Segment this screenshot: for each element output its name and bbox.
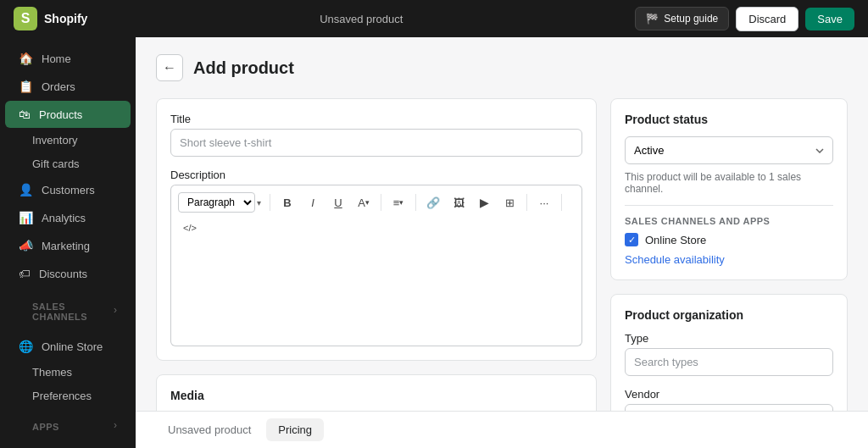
chevron-color-icon: ▾ [365,198,370,207]
vendor-input[interactable] [625,404,833,411]
sidebar-item-label: Discounts [39,268,87,280]
apps-section[interactable]: Apps › [5,408,131,442]
italic-button[interactable]: I [301,191,325,214]
toolbar-divider-4 [526,194,527,211]
paragraph-select[interactable]: Paragraph [178,192,255,213]
sales-channels-apps-label: SALES CHANNELS AND APPS [625,216,833,226]
sales-channels-section[interactable]: Sales channels › [5,288,131,332]
sidebar-item-themes[interactable]: Themes [5,361,131,384]
title-input[interactable] [170,129,582,157]
toolbar-divider-2 [381,194,381,211]
bold-button[interactable]: B [275,191,299,214]
link-button[interactable]: 🔗 [421,191,445,214]
back-icon: ← [163,60,176,75]
description-editor[interactable] [170,245,582,346]
sidebar-item-inventory[interactable]: Inventory [5,129,131,152]
description-field-group: Description Paragraph ▾ B I U [170,169,582,346]
home-icon: 🏠 [19,52,33,65]
type-label: Type [625,332,833,345]
toolbar-divider-5 [561,194,562,211]
setup-guide-button[interactable]: 🏁 Setup guide [635,7,729,30]
sidebar-item-label: Online Store [42,340,103,353]
vendor-label: Vendor [625,388,833,401]
bottom-nav: Unsaved product Pricing [136,411,868,448]
sidebar-item-label: Analytics [42,212,86,224]
product-org-title: Product organization [625,308,833,322]
apps-label: Apps [19,415,73,435]
marketing-icon: 📣 [19,239,33,252]
online-store-icon: 🌐 [19,340,33,353]
sidebar-item-discounts[interactable]: 🏷 Discounts [5,260,131,287]
product-org-card: Product organization Type Vendor Tags [610,294,848,411]
page-header: ← Add product [156,54,848,81]
sidebar-item-analytics[interactable]: 📊 Analytics [5,204,131,231]
sidebar-item-gift-cards[interactable]: Gift cards [5,152,131,175]
sidebar-item-label: Products [39,108,82,121]
sidebar-sub-label: Inventory [32,134,77,147]
table-button[interactable]: ⊞ [498,191,521,214]
sidebar-sub-label: Preferences [32,390,92,402]
product-status-title: Product status [625,113,833,126]
product-details-card: Title Description Paragraph ▾ [156,98,597,361]
flag-icon: 🏁 [646,13,659,25]
brand: S Shopify [14,7,87,30]
sidebar-item-home[interactable]: 🏠 Home [5,45,131,72]
editor-toolbar: Paragraph ▾ B I U A ▾ [170,185,582,245]
sidebar-item-label: Marketing [42,240,90,252]
schedule-availability-button[interactable]: Schedule availability [625,253,725,266]
media-card-title: Media [170,389,582,402]
sidebar-item-products[interactable]: 🛍 Products [5,101,131,128]
brand-name: Shopify [44,12,87,25]
main-column: Title Description Paragraph ▾ [156,98,597,411]
online-store-checkbox[interactable] [625,233,638,246]
online-store-label: Online Store [645,234,706,246]
back-button[interactable]: ← [156,54,183,81]
analytics-icon: 📊 [19,211,33,224]
title-field-group: Title [170,113,582,157]
type-section: Type [625,332,833,376]
expand-icon: › [114,419,117,431]
sidebar-item-orders[interactable]: 📋 Orders [5,73,131,100]
save-button[interactable]: Save [805,8,854,30]
content-grid: Title Description Paragraph ▾ [156,98,848,411]
more-button[interactable]: ··· [532,191,556,214]
shopify-logo-icon: S [14,7,37,30]
type-input[interactable] [625,348,833,376]
products-icon: 🛍 [19,108,31,121]
sidebar-item-label: Home [42,53,71,65]
sales-channels-label: Sales channels [19,295,114,325]
app-layout: 🏠 Home 📋 Orders 🛍 Products Inventory Gif… [0,37,868,448]
orders-icon: 📋 [19,80,33,93]
page-status: Unsaved product [320,13,403,25]
sidebar-sub-label: Gift cards [32,158,80,170]
online-store-checkbox-row: Online Store [625,233,833,246]
side-column: Product status Active Draft This product… [610,98,848,411]
bottom-nav-item-pricing[interactable]: Pricing [266,418,324,441]
text-color-button[interactable]: A ▾ [352,191,376,214]
topnav: S Shopify Unsaved product 🏁 Setup guide … [0,0,868,37]
customers-icon: 👤 [19,183,33,196]
main-content: ← Add product Title Description [136,37,868,411]
sidebar-item-customers[interactable]: 👤 Customers [5,176,131,203]
sidebar-item-preferences[interactable]: Preferences [5,384,131,407]
sidebar-item-marketing[interactable]: 📣 Marketing [5,232,131,259]
sidebar-sub-label: Themes [32,366,72,379]
align-button[interactable]: ≡ ▾ [387,191,410,214]
toolbar-divider [270,194,270,211]
discounts-icon: 🏷 [19,267,31,280]
image-button[interactable]: 🖼 [447,191,470,214]
code-button[interactable]: </> [178,216,202,240]
page-title: Add product [193,58,294,78]
sidebar-item-online-store[interactable]: 🌐 Online Store [5,333,131,360]
discard-button[interactable]: Discard [736,7,798,31]
media-card: Media Add files Add from URL Accepts ima… [156,374,597,411]
bottom-nav-item-unsaved[interactable]: Unsaved product [156,418,263,441]
video-button[interactable]: ▶ [472,191,496,214]
vendor-section: Vendor [625,388,833,411]
chevron-icon: › [114,304,117,316]
sidebar-item-label: Customers [42,184,95,196]
underline-button[interactable]: U [326,191,350,214]
product-status-select[interactable]: Active Draft [625,136,833,164]
toolbar-divider-3 [415,194,416,211]
topnav-actions: 🏁 Setup guide Discard Save [635,7,854,31]
